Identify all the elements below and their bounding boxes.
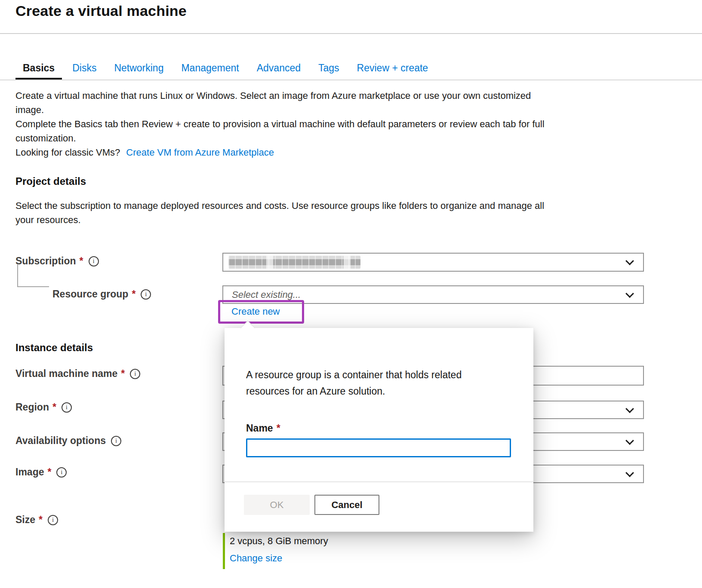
classic-vm-prompt: Looking for classic VMs?: [15, 147, 120, 158]
intro-line: Complete the Basics tab then Review + cr…: [15, 117, 545, 131]
info-icon[interactable]: i: [130, 369, 140, 379]
page-title: Create a virtual machine: [15, 3, 187, 19]
required-marker: *: [39, 514, 43, 526]
vm-name-label: Virtual machine name * i: [15, 368, 140, 380]
info-icon[interactable]: i: [62, 402, 72, 413]
header-divider: [0, 33, 702, 34]
tab-management[interactable]: Management: [174, 58, 246, 80]
tab-tags[interactable]: Tags: [311, 58, 347, 80]
create-new-link[interactable]: Create new: [231, 306, 280, 317]
size-label: Size * i: [15, 514, 58, 526]
create-vm-page: Create a virtual machine Basics Disks Ne…: [0, 0, 702, 588]
popup-description: A resource group is a container that hol…: [246, 367, 521, 399]
required-marker: *: [80, 255, 83, 267]
project-desc-line: Select the subscription to manage deploy…: [15, 199, 544, 213]
intro-line: Create a virtual machine that runs Linux…: [15, 89, 545, 103]
create-vm-marketplace-link[interactable]: Create VM from Azure Marketplace: [126, 147, 274, 158]
image-label: Image * i: [15, 466, 67, 478]
resource-group-dropdown[interactable]: Select existing...: [222, 285, 644, 304]
size-accent-bar: [223, 533, 225, 569]
chevron-down-icon: [625, 404, 634, 413]
tab-disks[interactable]: Disks: [65, 58, 104, 80]
tabs-underline: [0, 80, 702, 80]
subscription-value-redacted: [228, 256, 360, 269]
project-desc-line: your resources.: [15, 213, 544, 227]
tab-bar: Basics Disks Networking Management Advan…: [15, 58, 435, 80]
create-resource-group-popup: A resource group is a container that hol…: [225, 328, 533, 532]
region-label: Region * i: [15, 401, 72, 413]
chevron-down-icon: [625, 436, 634, 445]
info-icon[interactable]: i: [141, 289, 151, 300]
resource-group-label: Resource group * i: [52, 288, 151, 300]
intro-text: Create a virtual machine that runs Linux…: [15, 89, 545, 159]
change-size-link[interactable]: Change size: [230, 553, 282, 564]
info-icon[interactable]: i: [111, 436, 121, 446]
project-details-heading: Project details: [15, 175, 86, 187]
intro-line: image.: [15, 103, 545, 117]
tab-advanced[interactable]: Advanced: [249, 58, 308, 80]
classic-vm-row: Looking for classic VMs?Create VM from A…: [15, 145, 545, 159]
availability-options-label: Availability options i: [15, 435, 121, 447]
popup-footer-divider: [225, 481, 533, 482]
required-marker: *: [132, 288, 135, 300]
required-marker: *: [277, 423, 280, 434]
resource-group-placeholder: Select existing...: [232, 289, 301, 300]
popup-desc-line: A resource group is a container that hol…: [246, 367, 521, 383]
popup-caret: [240, 321, 255, 335]
required-marker: *: [52, 401, 56, 413]
chevron-down-icon: [625, 289, 634, 298]
popup-desc-line: resources for an Azure solution.: [246, 383, 521, 399]
size-specs: 2 vcpus, 8 GiB memory: [230, 536, 328, 547]
intro-line: customization.: [15, 131, 545, 145]
subscription-dropdown[interactable]: [222, 253, 644, 272]
info-icon[interactable]: i: [56, 467, 67, 478]
info-icon[interactable]: i: [48, 515, 58, 525]
tab-basics[interactable]: Basics: [15, 58, 62, 80]
tab-review-create[interactable]: Review + create: [350, 58, 436, 80]
project-details-description: Select the subscription to manage deploy…: [15, 199, 544, 227]
cancel-button[interactable]: Cancel: [314, 495, 379, 515]
tab-networking[interactable]: Networking: [107, 58, 171, 80]
popup-name-label: Name *: [246, 423, 280, 434]
required-marker: *: [47, 466, 51, 478]
resource-group-name-input[interactable]: [246, 438, 511, 457]
subscription-resource-connector: [17, 264, 49, 287]
instance-details-heading: Instance details: [15, 342, 93, 354]
required-marker: *: [121, 368, 125, 380]
chevron-down-icon: [625, 257, 634, 265]
ok-button[interactable]: OK: [244, 495, 310, 515]
chevron-down-icon: [625, 469, 634, 477]
info-icon[interactable]: i: [89, 256, 99, 266]
